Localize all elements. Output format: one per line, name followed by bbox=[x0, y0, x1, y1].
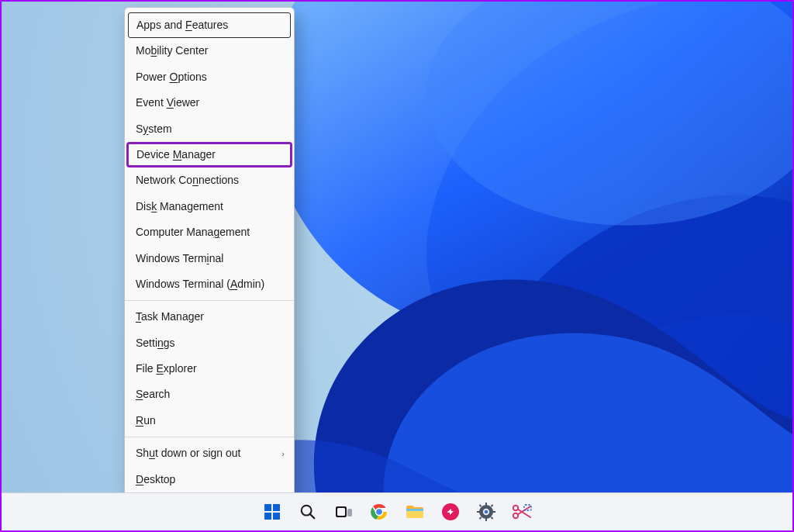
text: t down or sign out bbox=[155, 447, 241, 459]
menu-item-task-manager[interactable]: Task Manager bbox=[125, 304, 294, 330]
menu-separator bbox=[125, 437, 294, 437]
text: File bbox=[136, 362, 156, 375]
text: Event bbox=[136, 96, 167, 109]
menu-item-system[interactable]: System bbox=[125, 116, 294, 142]
text: nal bbox=[209, 252, 224, 264]
accelerator: u bbox=[149, 447, 155, 459]
accelerator: T bbox=[136, 310, 141, 323]
menu-item-disk-management[interactable]: Disk Management bbox=[125, 194, 294, 219]
taskbar-app-file-explorer[interactable] bbox=[404, 501, 426, 523]
text: iewer bbox=[174, 96, 199, 109]
text: xplorer bbox=[164, 362, 197, 375]
svg-rect-22 bbox=[491, 516, 494, 520]
svg-rect-24 bbox=[479, 516, 482, 520]
text: stem bbox=[148, 123, 171, 135]
taskview-icon bbox=[334, 503, 353, 521]
menu-item-network-connections[interactable]: Network Connections bbox=[125, 168, 294, 193]
accelerator: A bbox=[230, 278, 237, 290]
text: dmin) bbox=[237, 278, 264, 290]
menu-item-power-options[interactable]: Power Options bbox=[125, 64, 294, 90]
svg-rect-18 bbox=[485, 518, 487, 521]
svg-line-6 bbox=[310, 514, 315, 519]
folder-icon bbox=[405, 503, 425, 521]
taskview-button[interactable] bbox=[333, 501, 354, 523]
taskbar-search-button[interactable] bbox=[297, 501, 319, 523]
taskbar-app-chrome[interactable] bbox=[368, 501, 390, 523]
screenshot-frame: Apps and Features Mobility Center Power … bbox=[0, 0, 794, 532]
winx-context-menu: Apps and Features Mobility Center Power … bbox=[124, 7, 295, 496]
accelerator: F bbox=[185, 19, 192, 31]
text: un bbox=[143, 414, 156, 427]
accelerator: R bbox=[136, 414, 143, 427]
svg-rect-3 bbox=[264, 513, 271, 520]
scissors-icon bbox=[512, 503, 532, 520]
menu-item-settings[interactable]: Settings bbox=[125, 330, 294, 356]
svg-rect-20 bbox=[492, 511, 495, 513]
menu-item-desktop[interactable]: Desktop bbox=[125, 467, 294, 492]
start-button[interactable] bbox=[261, 501, 283, 523]
svg-rect-23 bbox=[491, 504, 494, 507]
text: Dis bbox=[136, 200, 151, 212]
svg-rect-1 bbox=[264, 504, 271, 511]
menu-item-mobility-center[interactable]: Mobility Center bbox=[125, 38, 294, 64]
text: Network Co bbox=[136, 174, 192, 186]
text: Device bbox=[136, 148, 173, 161]
antivirus-icon bbox=[441, 503, 460, 521]
menu-item-windows-terminal[interactable]: Windows Terminal bbox=[125, 246, 294, 271]
menu-item-event-viewer[interactable]: Event Viewer bbox=[125, 90, 294, 116]
text: Mo bbox=[136, 44, 150, 57]
text: anager bbox=[181, 148, 216, 161]
menu-separator bbox=[125, 300, 294, 301]
text: ask Manager bbox=[141, 310, 204, 323]
menu-item-search[interactable]: Search bbox=[125, 382, 294, 407]
svg-rect-17 bbox=[485, 503, 487, 506]
accelerator: n bbox=[157, 337, 164, 349]
taskbar-app-snipping-tool[interactable] bbox=[511, 501, 533, 523]
svg-rect-19 bbox=[477, 511, 480, 513]
menu-item-device-manager[interactable]: Device Manager bbox=[126, 142, 292, 168]
accelerator: M bbox=[173, 148, 182, 161]
svg-rect-2 bbox=[273, 504, 280, 511]
desktop-wallpaper bbox=[2, 2, 792, 530]
search-icon bbox=[299, 503, 316, 520]
accelerator: E bbox=[156, 362, 163, 375]
text: S bbox=[136, 123, 143, 135]
menu-item-apps-and-features[interactable]: Apps and Features bbox=[128, 12, 291, 38]
svg-point-26 bbox=[485, 510, 488, 513]
svg-rect-8 bbox=[337, 508, 345, 516]
windows-logo-icon bbox=[263, 503, 281, 521]
text: gs bbox=[164, 337, 175, 349]
accelerator: S bbox=[136, 388, 143, 400]
text: Power bbox=[136, 71, 170, 83]
accelerator: O bbox=[170, 71, 178, 83]
text: Computer Mana bbox=[136, 226, 213, 238]
text: ptions bbox=[178, 71, 206, 83]
taskbar-app-antivirus[interactable] bbox=[440, 501, 461, 523]
text: eatures bbox=[192, 19, 229, 31]
text: ement bbox=[219, 226, 250, 238]
chrome-icon bbox=[370, 503, 388, 521]
gear-icon bbox=[477, 503, 495, 521]
svg-rect-14 bbox=[406, 509, 423, 511]
svg-rect-4 bbox=[273, 513, 280, 520]
menu-item-computer-management[interactable]: Computer Management bbox=[125, 219, 294, 245]
accelerator: n bbox=[192, 174, 198, 186]
menu-item-file-explorer[interactable]: File Explorer bbox=[125, 356, 294, 382]
menu-item-windows-terminal-admin[interactable]: Windows Terminal (Admin) bbox=[125, 271, 294, 297]
svg-rect-9 bbox=[347, 509, 352, 516]
accelerator: V bbox=[167, 96, 174, 109]
svg-rect-21 bbox=[479, 504, 482, 507]
text: earch bbox=[143, 388, 170, 400]
text: Apps and bbox=[136, 19, 185, 31]
menu-item-shutdown-submenu[interactable]: Shut down or sign out › bbox=[125, 440, 294, 466]
accelerator: D bbox=[136, 473, 143, 485]
menu-item-run[interactable]: Run bbox=[125, 408, 294, 434]
text: Management bbox=[157, 200, 223, 212]
text: nections bbox=[198, 174, 239, 186]
taskbar-app-settings[interactable] bbox=[475, 501, 497, 523]
chevron-right-icon: › bbox=[281, 449, 285, 458]
text: esktop bbox=[143, 473, 175, 485]
text: ility Center bbox=[157, 44, 208, 57]
text: Sh bbox=[136, 447, 149, 459]
text: Windows Terminal ( bbox=[136, 278, 230, 290]
